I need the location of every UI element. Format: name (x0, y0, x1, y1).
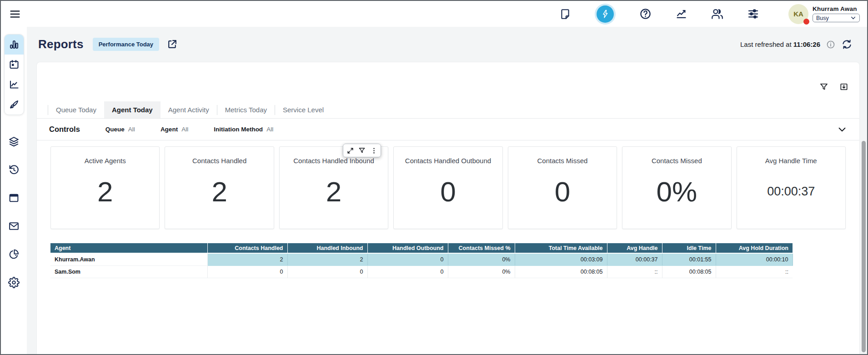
download-icon (839, 82, 848, 91)
open-in-new-window-button[interactable] (166, 39, 178, 50)
controls-bar: Controls Queue All Agent All Initiation … (37, 119, 859, 140)
metric-card-contacts-missed: Contacts Missed 0 (508, 146, 617, 229)
card-menu-button[interactable] (369, 145, 379, 156)
hamburger-icon (9, 8, 21, 20)
metric-card-contacts-missed-pct: Contacts Missed 0% (622, 146, 731, 229)
sidebar-item-flows[interactable] (8, 136, 20, 147)
card-title: Contacts Handled Inbound (280, 157, 388, 165)
column-header-idle-time[interactable]: Idle Time (662, 243, 716, 253)
sidebar-item-browser[interactable] (8, 192, 20, 204)
card-value: 0% (622, 165, 731, 218)
paintbrush-icon (9, 99, 20, 110)
cell-value: 00:08:05 (515, 265, 607, 278)
sidebar-item-historical-metrics[interactable] (5, 75, 24, 95)
busy-status-dot (803, 19, 809, 25)
vertical-scrollbar[interactable] (862, 141, 866, 352)
content-header: Reports Performance Today Last refreshed… (27, 27, 867, 62)
cell-value: 0% (448, 253, 515, 265)
calendar-icon (9, 59, 20, 70)
metrics-icon (675, 8, 687, 20)
avatar-initials: KA (793, 10, 803, 18)
table-row: Sam.Som 0 0 0 0% 00:08:05 :: 00:08:05 :: (50, 265, 793, 278)
card-value: 2 (51, 165, 159, 218)
column-header-agent[interactable]: Agent (50, 243, 207, 253)
avatar[interactable]: KA (788, 4, 808, 24)
cell-value: 00:01:55 (662, 253, 716, 265)
user-block: KA Khurram Awan Busy (788, 4, 860, 24)
help-icon (639, 8, 652, 20)
column-header-avg-handle[interactable]: Avg Handle (607, 243, 662, 253)
card-value: 0 (394, 165, 502, 218)
note-icon (559, 8, 571, 20)
sidebar-item-dashboard-designer[interactable] (5, 95, 24, 115)
tab-queue-today[interactable]: Queue Today (48, 101, 104, 118)
cell-value: :: (607, 265, 662, 278)
report-badge: Performance Today (93, 38, 159, 51)
gear-icon (8, 277, 20, 288)
tab-service-level[interactable]: Service Level (275, 101, 331, 118)
settings-sliders-button[interactable] (747, 8, 759, 20)
filter-agent[interactable]: Agent All (161, 126, 188, 133)
main-content: Reports Performance Today Last refreshed… (27, 27, 867, 354)
tab-agent-today[interactable]: Agent Today (104, 101, 161, 118)
download-report-button[interactable] (839, 82, 848, 91)
column-header-handled-inbound[interactable]: Handled Inbound (287, 243, 367, 253)
user-name: Khurram Awan (813, 5, 860, 12)
metrics-button[interactable] (675, 8, 687, 20)
window-icon (8, 192, 20, 204)
cell-agent-name: Khurram.Awan (50, 253, 207, 265)
card-title: Contacts Missed (508, 157, 617, 165)
sidebar-item-realtime-metrics[interactable] (5, 35, 24, 55)
metric-card-contacts-handled-inbound: Contacts Handled Inbound 2 (279, 146, 388, 229)
layers-icon (8, 136, 20, 147)
expand-icon (347, 147, 354, 154)
metric-card-contacts-handled-outbound: Contacts Handled Outbound 0 (393, 146, 502, 229)
report-tabs: Queue Today Agent Today Agent Activity M… (37, 101, 859, 119)
last-refreshed-time: 11:06:26 (793, 40, 820, 48)
users-button[interactable] (711, 8, 723, 20)
cell-value: 0 (367, 265, 448, 278)
cell-value: 00:08:05 (662, 265, 716, 278)
filter-queue[interactable]: Queue All (105, 126, 135, 133)
tab-agent-activity[interactable]: Agent Activity (161, 101, 217, 118)
tab-metrics-today[interactable]: Metrics Today (217, 101, 275, 118)
card-value: 0 (508, 165, 617, 218)
refresh-button[interactable] (841, 39, 853, 50)
column-header-contacts-missed-pct[interactable]: Contacts Missed % (448, 243, 515, 253)
column-header-avg-hold-duration[interactable]: Avg Hold Duration (716, 243, 793, 253)
report-panel: Queue Today Agent Today Agent Activity M… (36, 62, 860, 354)
card-title: Contacts Handled (165, 157, 273, 165)
metric-card-contacts-handled: Contacts Handled 2 (165, 146, 274, 229)
filter-report-button[interactable] (819, 82, 828, 91)
sidebar-item-analytics[interactable] (8, 249, 20, 260)
collapse-controls-button[interactable] (837, 125, 847, 135)
column-header-contacts-handled[interactable]: Contacts Handled (207, 243, 287, 253)
pie-chart-icon (8, 249, 20, 260)
column-header-total-time-available[interactable]: Total Time Available (515, 243, 607, 253)
cell-value: 0 (287, 265, 367, 278)
card-title: Contacts Missed (622, 157, 731, 165)
filter-card-button[interactable] (357, 145, 367, 156)
column-header-handled-outbound[interactable]: Handled Outbound (367, 243, 448, 253)
sidebar-item-mail[interactable] (8, 220, 20, 232)
filter-initiation-method[interactable]: Initiation Method All (214, 126, 273, 133)
hamburger-menu-button[interactable] (9, 8, 21, 20)
sidebar-item-settings[interactable] (8, 277, 20, 288)
chevron-down-icon (837, 125, 847, 135)
status-select[interactable]: Busy (813, 14, 860, 22)
table-row: Khurram.Awan 2 2 0 0% 00:03:09 00:00:37 … (50, 253, 793, 265)
metric-card-active-agents: Active Agents 2 (50, 146, 160, 229)
users-icon (711, 8, 723, 20)
notes-button[interactable] (559, 8, 571, 20)
filter-icon (358, 147, 366, 154)
sidebar-item-scheduled-reports[interactable] (5, 55, 24, 75)
cell-value: :: (716, 265, 793, 278)
help-button[interactable] (639, 8, 652, 20)
expand-card-button[interactable] (345, 145, 355, 156)
card-title: Avg Handle Time (737, 157, 845, 165)
quick-actions-button[interactable] (595, 4, 616, 25)
refresh-icon (841, 39, 853, 50)
chevron-down-icon (850, 15, 856, 21)
refresh-info-button[interactable] (826, 40, 835, 49)
sidebar-item-history[interactable] (8, 164, 20, 175)
